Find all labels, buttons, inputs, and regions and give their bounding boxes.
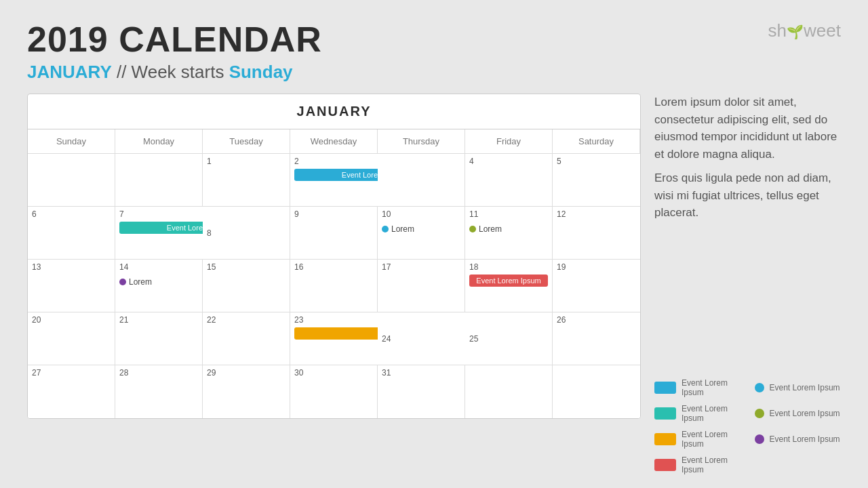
day-monday: Monday — [115, 129, 203, 154]
page: sh🌱weet 2019 CALENDAR JANUARY // Week st… — [0, 0, 868, 488]
cell-jan-15: 15 — [203, 260, 290, 312]
legend-item-red: Event Lorem Ipsum — [654, 455, 741, 474]
legend-box-blue — [654, 382, 676, 394]
cell-jan-7: 7 Event Lorem Ipsum — [115, 207, 203, 260]
legend-label-dot-purple: Event Lorem Ipsum — [770, 434, 840, 444]
event-dot-11: Lorem — [469, 224, 502, 234]
cell-jan-18: 18 Event Lorem Ipsum — [465, 260, 553, 312]
right-section: Lorem ipsum dolor sit amet, consectetur … — [654, 94, 841, 474]
description-para1: Lorem ipsum dolor sit amet, consectetur … — [654, 94, 841, 163]
event-dot-10: Lorem — [382, 224, 414, 234]
logo: sh🌱weet — [768, 20, 841, 41]
day-wednesday: Wednesday — [290, 129, 378, 154]
cell-empty-end-1 — [465, 365, 553, 418]
cell-jan-25-span: 25 — [465, 312, 553, 365]
cell-empty-2 — [115, 154, 203, 207]
dot-purple-14 — [119, 279, 126, 285]
legend-item-teal: Event Lorem Ipsum — [654, 404, 741, 423]
cell-jan-27: 27 — [28, 365, 115, 418]
legend-item-orange: Event Lorem Ipsum — [654, 430, 741, 449]
cell-jan-13: 13 — [28, 260, 115, 312]
dot-olive-11 — [469, 226, 476, 232]
day-sunday: Sunday — [28, 129, 115, 154]
cell-jan-14: 14 Lorem — [115, 260, 203, 312]
legend-item-dot-olive: Event Lorem Ipsum — [755, 409, 842, 418]
cell-jan-28: 28 — [115, 365, 203, 418]
legend-box-red — [654, 459, 676, 471]
legend-box-teal — [654, 407, 676, 420]
page-title: 2019 CALENDAR — [27, 20, 841, 59]
cell-jan-2: 2 Event Lorem Ipsum — [290, 154, 378, 207]
legend-box-orange — [654, 433, 676, 445]
cell-jan-9: 9 — [290, 207, 378, 260]
cell-jan-19: 19 — [553, 260, 640, 312]
subtitle: JANUARY // Week starts Sunday — [27, 62, 841, 83]
subtitle-sep: // Week starts — [117, 62, 229, 82]
cell-jan-11: 11 Lorem — [465, 207, 553, 260]
legend-label-teal: Event Lorem Ipsum — [682, 404, 741, 423]
calendar-grid: Sunday Monday Tuesday Wednesday Thursday… — [28, 129, 640, 418]
legend-label-orange: Event Lorem Ipsum — [682, 430, 741, 449]
cell-jan-23: 23 Event Lorem Ipsum — [290, 312, 378, 365]
cell-jan-21: 21 — [115, 312, 203, 365]
legend-label-dot-olive: Event Lorem Ipsum — [770, 409, 840, 418]
cell-jan-24-span: 24 — [378, 312, 465, 365]
cell-jan-12: 12 — [553, 207, 640, 260]
cell-jan-4: 4 — [465, 154, 553, 207]
legend-item-blue: Event Lorem Ipsum — [654, 378, 741, 397]
calendar-box: JANUARY Sunday Monday Tuesday Wednesday … — [27, 94, 641, 419]
cell-jan-16: 16 — [290, 260, 378, 312]
cell-jan-1: 1 — [203, 154, 290, 207]
legend-item-dot-purple: Event Lorem Ipsum — [755, 434, 842, 444]
event-bar-18: Event Lorem Ipsum — [469, 274, 548, 287]
cell-jan-8-span: 8 — [203, 207, 290, 260]
header: 2019 CALENDAR JANUARY // Week starts Sun… — [27, 20, 841, 83]
calendar-section: JANUARY Sunday Monday Tuesday Wednesday … — [27, 94, 641, 474]
day-thursday: Thursday — [378, 129, 465, 154]
day-friday: Friday — [465, 129, 553, 154]
day-saturday: Saturday — [553, 129, 640, 154]
event-dot-14: Lorem — [119, 277, 152, 287]
cell-jan-3-span — [378, 154, 465, 207]
content-row: JANUARY Sunday Monday Tuesday Wednesday … — [27, 94, 841, 474]
cell-jan-5: 5 — [553, 154, 640, 207]
calendar-header: JANUARY — [28, 94, 640, 129]
description-para2: Eros quis ligula pede non ad diam, wisi … — [654, 169, 841, 222]
legend-label-red: Event Lorem Ipsum — [682, 455, 741, 474]
subtitle-day: Sunday — [229, 62, 293, 82]
subtitle-month: JANUARY — [27, 62, 112, 82]
month-label: JANUARY — [297, 104, 372, 119]
cell-jan-10: 10 Lorem — [378, 207, 465, 260]
legend: Event Lorem Ipsum Event Lorem Ipsum Even… — [654, 378, 841, 474]
legend-label-dot-blue: Event Lorem Ipsum — [770, 383, 840, 392]
legend-circle-blue — [755, 383, 764, 392]
legend-circle-olive — [755, 409, 764, 418]
day-tuesday: Tuesday — [203, 129, 290, 154]
legend-label-blue: Event Lorem Ipsum — [682, 378, 741, 397]
cell-jan-20: 20 — [28, 312, 115, 365]
cell-jan-26: 26 — [553, 312, 640, 365]
cell-empty-1 — [28, 154, 115, 207]
dot-blue-10 — [382, 226, 389, 232]
cell-jan-22: 22 — [203, 312, 290, 365]
legend-item-dot-blue: Event Lorem Ipsum — [755, 383, 842, 392]
cell-jan-6: 6 — [28, 207, 115, 260]
legend-circle-purple — [755, 434, 764, 444]
cell-jan-29: 29 — [203, 365, 290, 418]
cell-empty-end-2 — [553, 365, 640, 418]
cell-jan-31: 31 — [378, 365, 465, 418]
cell-jan-17: 17 — [378, 260, 465, 312]
cell-jan-30: 30 — [290, 365, 378, 418]
